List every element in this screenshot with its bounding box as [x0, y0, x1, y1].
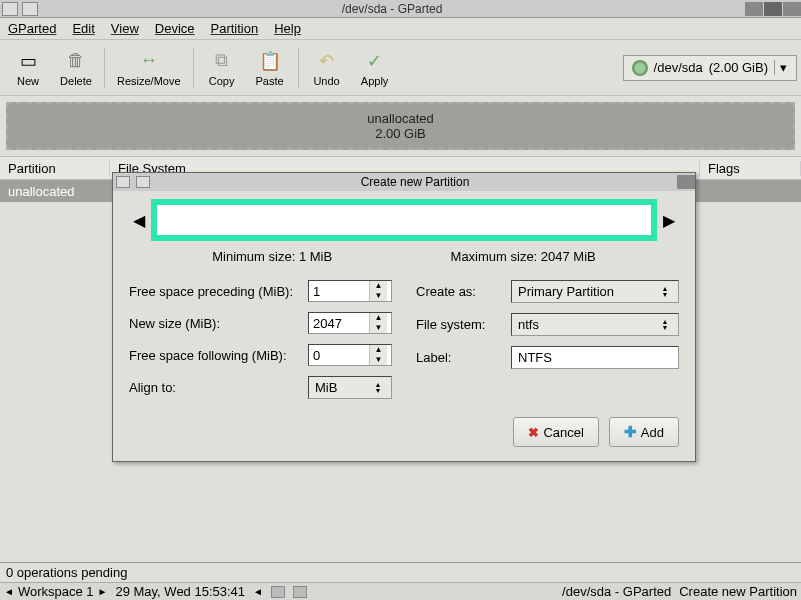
close-button[interactable]	[783, 2, 801, 16]
align-to-label: Align to:	[129, 380, 308, 395]
menubar: GParted Edit View Device Partition Help	[0, 18, 801, 40]
new-size-field[interactable]	[309, 313, 369, 333]
col-partition[interactable]: Partition	[0, 161, 110, 176]
dialog-form: Free space preceding (MiB): ▲▼ New size …	[113, 272, 695, 411]
slider-left-icon[interactable]: ◀	[133, 211, 145, 230]
separator	[104, 48, 105, 88]
cancel-icon: ✖	[528, 425, 539, 440]
tray-icon[interactable]	[271, 586, 285, 598]
paste-button[interactable]: 📋 Paste	[246, 45, 294, 91]
free-preceding-field[interactable]	[309, 281, 369, 301]
align-to-select[interactable]: MiB ▲▼	[308, 376, 392, 399]
workspace-next-icon[interactable]: ►	[98, 586, 108, 597]
dialog-close-button[interactable]	[677, 175, 695, 189]
cell-partition: unallocated	[0, 184, 110, 199]
undo-button[interactable]: ↶ Undo	[303, 45, 351, 91]
free-following-field[interactable]	[309, 345, 369, 365]
free-preceding-label: Free space preceding (MiB):	[129, 284, 308, 299]
select-arrows-icon: ▲▼	[371, 382, 385, 394]
create-as-value: Primary Partition	[518, 284, 658, 299]
disk-map[interactable]: unallocated 2.00 GiB	[6, 102, 795, 150]
spin-down-icon[interactable]: ▼	[370, 291, 387, 301]
col-flags[interactable]: Flags	[700, 161, 801, 176]
menu-gparted[interactable]: GParted	[8, 21, 56, 36]
create-as-select[interactable]: Primary Partition ▲▼	[511, 280, 679, 303]
new-size-label: New size (MiB):	[129, 316, 308, 331]
spin-up-icon[interactable]: ▲	[370, 313, 387, 323]
main-titlebar: /dev/sda - GParted	[0, 0, 801, 18]
resize-icon: ↔	[137, 49, 161, 73]
device-selector[interactable]: /dev/sda (2.00 GiB) ▾	[623, 55, 797, 81]
app-icon-2	[22, 2, 38, 16]
menu-view[interactable]: View	[111, 21, 139, 36]
add-icon: ✚	[624, 423, 637, 441]
align-to-value: MiB	[315, 380, 371, 395]
undo-icon: ↶	[315, 49, 339, 73]
slider-right-icon[interactable]: ▶	[663, 211, 675, 230]
statusbar: 0 operations pending	[0, 562, 801, 582]
label-field[interactable]	[518, 350, 672, 365]
disk-icon	[632, 60, 648, 76]
workspace-prev-icon[interactable]: ◄	[4, 586, 14, 597]
diskmap-size: 2.00 GiB	[375, 126, 426, 141]
delete-icon: 🗑	[64, 49, 88, 73]
copy-icon: ⧉	[210, 49, 234, 73]
filesystem-value: ntfs	[518, 317, 658, 332]
dialog-icon-2	[136, 176, 150, 188]
free-preceding-input[interactable]: ▲▼	[308, 280, 392, 302]
cancel-label: Cancel	[543, 425, 583, 440]
separator	[298, 48, 299, 88]
workspace-label[interactable]: Workspace 1	[18, 584, 94, 599]
dialog-buttons: ✖ Cancel ✚ Add	[113, 411, 695, 461]
taskbar: ◄ Workspace 1 ► 29 May, Wed 15:53:41 ◄ /…	[0, 582, 801, 600]
slider-bar[interactable]	[151, 199, 657, 241]
delete-button[interactable]: 🗑 Delete	[52, 45, 100, 91]
paste-icon: 📋	[258, 49, 282, 73]
dialog-icon	[116, 176, 130, 188]
spin-down-icon[interactable]: ▼	[370, 355, 387, 365]
size-info: Minimum size: 1 MiB Maximum size: 2047 M…	[113, 245, 695, 272]
maximize-button[interactable]	[764, 2, 782, 16]
copy-button[interactable]: ⧉ Copy	[198, 45, 246, 91]
task-item[interactable]: Create new Partition	[679, 584, 797, 599]
apply-button[interactable]: ✓ Apply	[351, 45, 399, 91]
device-size: (2.00 GiB)	[709, 60, 768, 75]
menu-partition[interactable]: Partition	[211, 21, 259, 36]
new-button[interactable]: ▭ New	[4, 45, 52, 91]
new-size-input[interactable]: ▲▼	[308, 312, 392, 334]
app-icon	[2, 2, 18, 16]
label-input[interactable]	[511, 346, 679, 369]
chevron-down-icon: ▾	[774, 60, 788, 75]
min-size-label: Minimum size: 1 MiB	[212, 249, 332, 264]
free-following-input[interactable]: ▲▼	[308, 344, 392, 366]
label-label: Label:	[416, 350, 511, 365]
spin-up-icon[interactable]: ▲	[370, 345, 387, 355]
add-button[interactable]: ✚ Add	[609, 417, 679, 447]
resize-button[interactable]: ↔ Resize/Move	[109, 45, 189, 91]
spin-up-icon[interactable]: ▲	[370, 281, 387, 291]
separator	[193, 48, 194, 88]
create-partition-dialog: Create new Partition ◀ ▶ Minimum size: 1…	[112, 172, 696, 462]
menu-device[interactable]: Device	[155, 21, 195, 36]
menu-edit[interactable]: Edit	[72, 21, 94, 36]
select-arrows-icon: ▲▼	[658, 286, 672, 298]
spin-down-icon[interactable]: ▼	[370, 323, 387, 333]
size-slider: ◀ ▶	[113, 191, 695, 245]
menu-help[interactable]: Help	[274, 21, 301, 36]
clock: 29 May, Wed 15:53:41	[115, 584, 245, 599]
toolbar: ▭ New 🗑 Delete ↔ Resize/Move ⧉ Copy 📋 Pa…	[0, 40, 801, 96]
max-size-label: Maximum size: 2047 MiB	[451, 249, 596, 264]
filesystem-select[interactable]: ntfs ▲▼	[511, 313, 679, 336]
diskmap-name: unallocated	[367, 111, 434, 126]
task-item[interactable]: /dev/sda - GParted	[562, 584, 671, 599]
tray-arrow-icon[interactable]: ◄	[253, 586, 263, 597]
apply-icon: ✓	[363, 49, 387, 73]
add-label: Add	[641, 425, 664, 440]
create-as-label: Create as:	[416, 284, 511, 299]
device-path: /dev/sda	[654, 60, 703, 75]
cancel-button[interactable]: ✖ Cancel	[513, 417, 598, 447]
free-following-label: Free space following (MiB):	[129, 348, 308, 363]
new-icon: ▭	[16, 49, 40, 73]
minimize-button[interactable]	[745, 2, 763, 16]
tray-icon[interactable]	[293, 586, 307, 598]
